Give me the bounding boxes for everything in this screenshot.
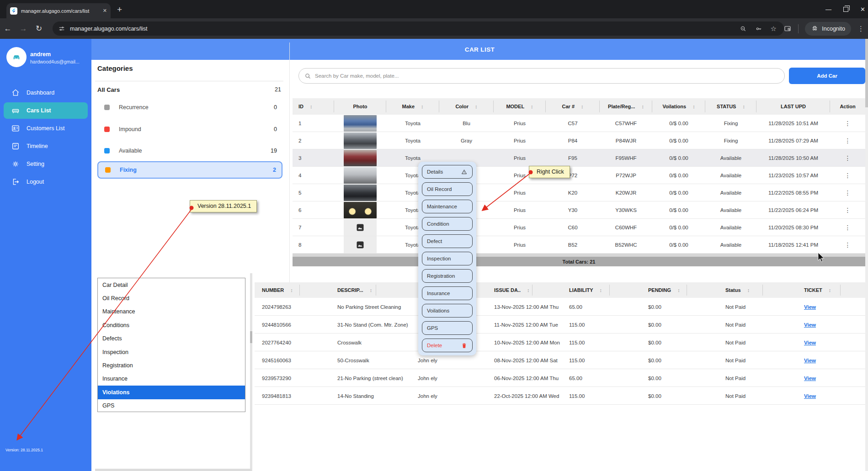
bookmark-star-icon[interactable]: ☆ (771, 25, 777, 33)
column-header-DESCRIP...[interactable]: DESCRIP...↕ (337, 282, 372, 298)
address-bar[interactable]: manager.alugago.com/cars/list ☆ (53, 21, 784, 36)
detail-item-conditions[interactable]: Conditions (98, 318, 245, 332)
row-actions-icon[interactable]: ⋮ (845, 137, 851, 144)
context-menu-voilations[interactable]: Voilations (422, 304, 473, 318)
browser-tab[interactable]: manager.alugago.com/cars/list ✕ (6, 3, 111, 18)
column-header-Make[interactable]: Make↕ (386, 98, 439, 115)
category-impound[interactable]: Impound0 (97, 124, 282, 135)
column-header-TICKET[interactable]: TICKET↕ (804, 282, 831, 298)
context-menu-inspection[interactable]: Inspection (422, 252, 473, 265)
sort-icon[interactable]: ↕ (421, 104, 424, 109)
side-panel-search-icon[interactable] (783, 25, 792, 33)
window-minimize-button[interactable]: — (825, 6, 831, 13)
car-row-8[interactable]: 8ToyotaPriusB52B52WHC0/$ 0.00Available11… (293, 236, 865, 254)
row-actions-icon[interactable]: ⋮ (845, 189, 851, 196)
detail-item-registration[interactable]: Registration (98, 359, 245, 372)
horizontal-scrollbar[interactable] (95, 469, 251, 471)
car-search[interactable] (298, 68, 785, 84)
context-menu-registration[interactable]: Registration (422, 269, 473, 283)
violation-row[interactable]: 2027764240Crosswalk10-Nov-2025 12:00 AM … (255, 333, 865, 351)
view-ticket-link[interactable]: View (804, 304, 816, 310)
column-header-Plate/Reg...[interactable]: Plate/Reg...↕ (600, 98, 652, 115)
context-menu-maintenance[interactable]: Maintenance (422, 200, 473, 213)
vertical-scrollbar[interactable] (250, 273, 252, 471)
column-header-PENDING[interactable]: PENDING↕ (648, 282, 680, 298)
sort-icon[interactable]: ↕ (829, 287, 831, 293)
sort-icon[interactable]: ↕ (527, 287, 530, 293)
tab-close-icon[interactable]: ✕ (103, 8, 107, 14)
column-header-ID[interactable]: ID↕ (293, 98, 334, 115)
page-scrollbar-thumb[interactable] (865, 39, 868, 107)
sort-icon[interactable]: ↕ (475, 104, 478, 109)
column-header-Car #[interactable]: Car #↕ (546, 98, 600, 115)
violation-row[interactable]: 924516006350-CrosswalkJohn ely08-Nov-202… (255, 351, 865, 369)
detail-item-violations[interactable]: Violations (98, 386, 245, 399)
sort-icon[interactable]: ↕ (747, 287, 750, 293)
car-row-1[interactable]: 1ToyotaBluPriusC57C57WHF0/$ 0.00Fixing11… (293, 115, 865, 132)
row-actions-icon[interactable]: ⋮ (845, 241, 851, 249)
context-menu-details[interactable]: Details (422, 165, 473, 179)
violation-row[interactable]: 923948181314-No StandingJohn ely22-Oct-2… (255, 387, 865, 405)
sort-icon[interactable]: ↕ (290, 287, 293, 293)
column-header-Photo[interactable]: Photo (334, 98, 386, 115)
category-available[interactable]: Available19 (97, 145, 282, 156)
context-menu-oil-record[interactable]: Oil Record (422, 182, 473, 196)
sort-icon[interactable]: ↕ (742, 104, 745, 109)
car-row-3[interactable]: 3ToyotaPriusF95F95WHF0/$ 0.00Available11… (293, 149, 865, 167)
sort-icon[interactable]: ↕ (531, 104, 533, 109)
window-close-button[interactable]: ✕ (860, 6, 865, 13)
reload-button[interactable]: ↻ (31, 24, 47, 33)
column-header-LIABILITY[interactable]: LIABILITY↕ (569, 282, 602, 298)
vertical-scrollbar-thumb[interactable] (250, 331, 252, 343)
detail-item-gps[interactable]: GPS (98, 399, 245, 413)
detail-item-inspection[interactable]: Inspection (98, 345, 245, 359)
car-row-2[interactable]: 2ToyotaGrayPriusP84P84WJR0/$ 0.00Fixing1… (293, 132, 865, 149)
detail-item-oil-record[interactable]: Oil Record (98, 291, 245, 305)
column-header-NUMBER[interactable]: NUMBER↕ (262, 282, 293, 298)
site-settings-icon[interactable] (58, 25, 65, 32)
context-menu-delete[interactable]: Delete (422, 339, 473, 352)
car-row-7[interactable]: 7ToyotaPriusC60C60WHF0/$ 0.00Available11… (293, 219, 865, 236)
car-photo[interactable] (344, 115, 377, 132)
browser-menu-icon[interactable]: ⋮ (857, 25, 864, 33)
back-button[interactable]: ← (0, 24, 16, 33)
car-row-5[interactable]: 5ToyotaPriusK20K20WJR0/$ 0.00Available11… (293, 184, 865, 201)
column-header-MODEL[interactable]: MODEL↕ (494, 98, 546, 115)
car-photo[interactable] (344, 132, 377, 149)
sidebar-item-logout[interactable]: Logout (4, 174, 88, 190)
sort-icon[interactable]: ↕ (600, 287, 602, 293)
sidebar-item-customers-list[interactable]: Customers List (4, 120, 88, 137)
sidebar-item-dashboard[interactable]: Dashboard (4, 85, 88, 101)
sort-icon[interactable]: ↕ (310, 104, 313, 109)
row-actions-icon[interactable]: ⋮ (845, 172, 851, 179)
view-ticket-link[interactable]: View (804, 340, 816, 345)
sort-icon[interactable]: ↕ (641, 104, 644, 109)
car-photo[interactable] (344, 202, 377, 218)
row-actions-icon[interactable]: ⋮ (845, 224, 851, 231)
column-header-Status[interactable]: Status↕ (725, 282, 750, 298)
add-car-button[interactable]: Add Car (789, 68, 865, 84)
detail-item-insurance[interactable]: Insurance (98, 372, 245, 386)
sidebar-item-cars-list[interactable]: Cars List (4, 102, 88, 119)
column-header-Action[interactable]: Action (830, 98, 865, 115)
context-menu-gps[interactable]: GPS (422, 321, 473, 335)
password-key-icon[interactable] (755, 25, 762, 32)
column-header-STATUS[interactable]: STATUS↕ (705, 98, 756, 115)
detail-item-defects[interactable]: Defects (98, 332, 245, 345)
sidebar-item-timeline[interactable]: Timeline (4, 138, 88, 154)
detail-item-maintenance[interactable]: Maintenance (98, 305, 245, 318)
category-recurrence[interactable]: Recurrence0 (97, 102, 282, 113)
view-ticket-link[interactable]: View (804, 393, 816, 399)
url-text[interactable]: manager.alugago.com/cars/list (70, 26, 740, 32)
violation-row[interactable]: 2024798263No Parking Street Cleaning13-N… (255, 298, 865, 316)
context-menu-condition[interactable]: Condition (422, 217, 473, 231)
sort-icon[interactable]: ↕ (581, 104, 584, 109)
violation-row[interactable]: 923957329021-No Parking (street clean)Jo… (255, 369, 865, 387)
sort-icon[interactable]: ↕ (692, 104, 695, 109)
column-header-LAST UPD[interactable]: LAST UPD (756, 98, 830, 115)
zoom-icon[interactable] (740, 25, 747, 32)
view-ticket-link[interactable]: View (804, 376, 816, 381)
sidebar-item-setting[interactable]: Setting (4, 156, 88, 172)
car-photo[interactable] (344, 185, 377, 201)
category-fixing[interactable]: Fixing2 (97, 161, 282, 179)
